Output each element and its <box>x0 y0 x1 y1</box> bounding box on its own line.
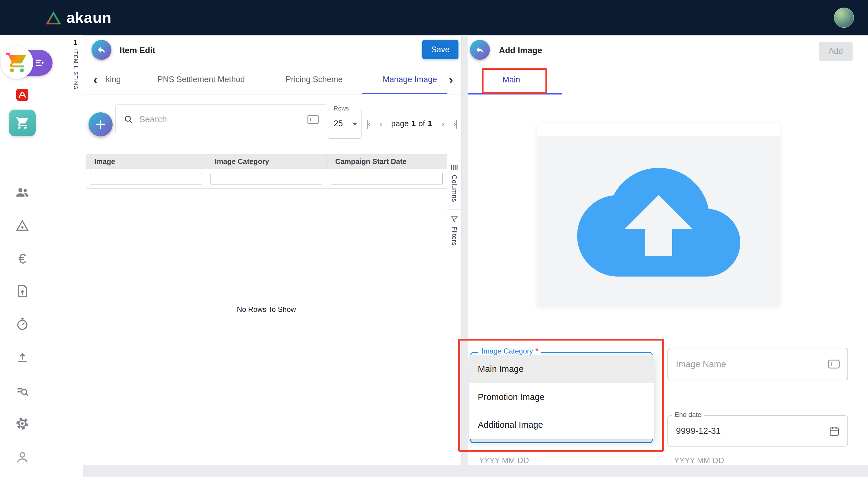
search-input[interactable] <box>139 115 302 124</box>
cloud-upload-icon <box>577 154 740 290</box>
filters-tool-label: Filters <box>450 226 458 246</box>
option-main-image[interactable]: Main Image <box>469 355 654 383</box>
search-icon <box>124 115 134 125</box>
back-button-add-image[interactable] <box>470 40 490 60</box>
user-avatar[interactable] <box>834 7 854 28</box>
columns-tool[interactable]: Columns <box>450 163 459 202</box>
filter-input-image[interactable] <box>90 173 202 185</box>
back-button[interactable] <box>92 40 112 60</box>
main-tab-indicator <box>468 93 562 95</box>
sidebar-item-upload[interactable] <box>0 350 44 365</box>
required-asterisk: * <box>535 347 538 355</box>
users-icon <box>15 185 30 200</box>
start-date-hint: YYYY-MM-DD <box>479 456 529 465</box>
tab-main[interactable]: Main <box>502 65 520 95</box>
sidebar-item-audit-search[interactable] <box>0 384 44 399</box>
input-helper-icon <box>828 359 840 369</box>
pagination: |‹ ‹ page 1 of 1 › ›| <box>364 109 459 138</box>
sidebar: € <box>0 35 83 477</box>
rail-divider <box>68 35 68 477</box>
column-header-campaign-start-date[interactable]: Campaign Start Date <box>327 154 447 169</box>
option-additional-image[interactable]: Additional Image <box>469 411 654 439</box>
rows-per-page-select[interactable]: Rows 25 <box>328 109 362 138</box>
save-button[interactable]: Save <box>422 40 459 59</box>
euro-icon: € <box>19 251 26 267</box>
sidebar-item-file-upload[interactable] <box>0 284 44 298</box>
add-button[interactable]: Add <box>819 42 852 61</box>
colorful-cart-icon <box>5 51 29 74</box>
image-dropzone[interactable] <box>537 123 780 307</box>
end-date-label: End date <box>672 411 704 419</box>
tab-pricing-scheme[interactable]: Pricing Scheme <box>285 65 342 94</box>
image-name-input[interactable] <box>676 359 823 369</box>
table-filter-row <box>86 169 447 189</box>
image-category-label: Image Category* <box>478 347 541 355</box>
sidebar-item-pos-active[interactable] <box>0 109 44 136</box>
sidebar-item-profile[interactable] <box>0 450 44 465</box>
add-image-row-button[interactable] <box>89 112 113 136</box>
end-date-field[interactable]: 9999-12-31 <box>668 415 848 446</box>
add-image-title: Add Image <box>499 36 542 65</box>
columns-tool-label: Columns <box>450 175 458 202</box>
cart-logo-icon[interactable] <box>1 46 33 79</box>
total-pages: 1 <box>428 119 432 128</box>
person-icon <box>15 450 30 465</box>
sidebar-item-prism[interactable] <box>0 218 44 233</box>
tabs-scroll-right-icon[interactable]: › <box>449 65 453 94</box>
image-category-dropdown: Main Image Promotion Image Additional Im… <box>469 355 654 439</box>
search-box[interactable] <box>115 104 327 134</box>
add-image-panel: Add Image Add Main Image Category* Main … <box>468 35 868 465</box>
app-root: akaun <box>0 0 868 477</box>
sidebar-item-settings[interactable] <box>0 416 44 431</box>
upload-icon <box>15 350 30 365</box>
item-edit-tab-bar: ‹ king PNS Settlement Method Pricing Sch… <box>83 65 461 95</box>
active-tab-indicator <box>362 93 447 94</box>
image-name-field[interactable] <box>668 348 848 380</box>
filter-icon <box>450 215 459 223</box>
prev-page-button[interactable]: ‹ <box>380 119 382 129</box>
tab-tracking[interactable]: king <box>106 65 121 94</box>
brand-logo[interactable]: akaun <box>45 0 112 35</box>
option-promotion-image[interactable]: Promotion Image <box>469 383 654 411</box>
column-header-image-category[interactable]: Image Category <box>206 154 327 169</box>
timer-icon <box>15 317 30 331</box>
table-side-tools: Columns Filters <box>447 154 461 465</box>
filters-tool[interactable]: Filters <box>450 215 459 246</box>
first-page-button[interactable]: |‹ <box>366 119 370 129</box>
of-word: of <box>418 119 425 128</box>
item-listing-tab[interactable]: 1 ITEM LISTING <box>69 39 82 90</box>
cart-icon <box>15 116 30 130</box>
table-header-row: Image Image Category Campaign Start Date <box>86 154 447 169</box>
dropzone-header <box>537 123 780 136</box>
sidebar-item-pdf[interactable] <box>0 88 44 102</box>
page-word: page <box>391 119 409 128</box>
logo-triangle-icon <box>45 10 62 25</box>
sidebar-item-currency[interactable]: € <box>0 251 44 267</box>
input-helper-icon <box>307 115 319 124</box>
search-list-icon <box>15 384 30 399</box>
current-page: 1 <box>411 119 415 128</box>
filter-input-campaign-start-date[interactable] <box>331 173 443 185</box>
tab-pns-settlement-method[interactable]: PNS Settlement Method <box>157 65 245 94</box>
last-page-button[interactable]: ›| <box>453 119 457 129</box>
column-header-image[interactable]: Image <box>86 154 206 169</box>
item-edit-panel: Item Edit Save ‹ king PNS Settlement Met… <box>83 35 462 465</box>
next-page-button[interactable]: › <box>441 119 444 129</box>
columns-icon <box>450 163 459 172</box>
end-date-value: 9999-12-31 <box>676 426 824 436</box>
tab-manage-image[interactable]: Manage Image <box>383 65 437 94</box>
empty-table-message: No Rows To Show <box>86 305 447 314</box>
gear-icon <box>15 416 30 431</box>
filter-input-image-category[interactable] <box>211 173 322 185</box>
images-table: Image Image Category Campaign Start Date… <box>86 154 447 465</box>
listing-tab-label: ITEM LISTING <box>72 49 79 90</box>
menu-arrow-icon <box>34 58 46 68</box>
tabs-scroll-left-icon[interactable]: ‹ <box>93 65 98 94</box>
listing-tab-index: 1 <box>69 39 82 47</box>
back-arrow-icon <box>475 45 485 55</box>
calendar-icon[interactable] <box>829 426 840 437</box>
tools-divider <box>447 209 461 210</box>
sidebar-item-users[interactable] <box>0 185 44 200</box>
page-indicator: page 1 of 1 <box>391 119 432 128</box>
sidebar-item-timer[interactable] <box>0 317 44 331</box>
